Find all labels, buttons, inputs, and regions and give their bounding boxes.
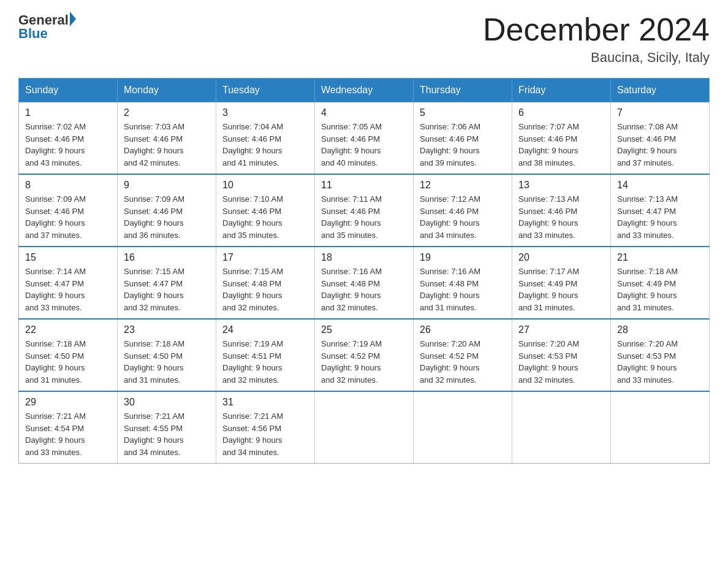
day-info: Sunrise: 7:19 AMSunset: 4:52 PMDaylight:…: [321, 338, 407, 386]
day-cell: 17Sunrise: 7:15 AMSunset: 4:48 PMDayligh…: [216, 247, 315, 319]
calendar-table: SundayMondayTuesdayWednesdayThursdayFrid…: [18, 78, 710, 464]
day-cell: [512, 391, 611, 464]
day-cell: 28Sunrise: 7:20 AMSunset: 4:53 PMDayligh…: [611, 319, 710, 391]
day-info: Sunrise: 7:10 AMSunset: 4:46 PMDaylight:…: [222, 193, 308, 241]
day-info: Sunrise: 7:09 AMSunset: 4:46 PMDaylight:…: [25, 193, 111, 241]
day-info: Sunrise: 7:17 AMSunset: 4:49 PMDaylight:…: [518, 266, 604, 313]
day-number: 13: [518, 180, 604, 191]
logo: General Blue: [18, 12, 76, 42]
day-number: 15: [25, 252, 111, 263]
day-cell: 24Sunrise: 7:19 AMSunset: 4:51 PMDayligh…: [216, 319, 315, 391]
day-cell: 2Sunrise: 7:03 AMSunset: 4:46 PMDaylight…: [118, 102, 216, 175]
day-header-sunday: Sunday: [19, 79, 118, 102]
day-cell: 6Sunrise: 7:07 AMSunset: 4:46 PMDaylight…: [512, 102, 611, 175]
day-number: 26: [420, 324, 506, 335]
day-number: 14: [617, 180, 703, 191]
day-cell: 31Sunrise: 7:21 AMSunset: 4:56 PMDayligh…: [216, 391, 315, 464]
day-number: 11: [321, 180, 407, 191]
day-cell: 3Sunrise: 7:04 AMSunset: 4:46 PMDaylight…: [216, 102, 315, 175]
day-info: Sunrise: 7:08 AMSunset: 4:46 PMDaylight:…: [617, 121, 703, 169]
day-cell: 12Sunrise: 7:12 AMSunset: 4:46 PMDayligh…: [414, 174, 512, 247]
week-row-4: 22Sunrise: 7:18 AMSunset: 4:50 PMDayligh…: [19, 319, 710, 391]
day-info: Sunrise: 7:09 AMSunset: 4:46 PMDaylight:…: [124, 193, 210, 241]
day-info: Sunrise: 7:04 AMSunset: 4:46 PMDaylight:…: [222, 121, 308, 169]
day-cell: 5Sunrise: 7:06 AMSunset: 4:46 PMDaylight…: [414, 102, 512, 175]
day-number: 19: [420, 252, 506, 263]
day-cell: 25Sunrise: 7:19 AMSunset: 4:52 PMDayligh…: [315, 319, 414, 391]
day-cell: 10Sunrise: 7:10 AMSunset: 4:46 PMDayligh…: [216, 174, 315, 247]
day-number: 21: [617, 252, 703, 263]
day-info: Sunrise: 7:16 AMSunset: 4:48 PMDaylight:…: [321, 266, 407, 313]
day-number: 7: [617, 107, 703, 118]
day-cell: 23Sunrise: 7:18 AMSunset: 4:50 PMDayligh…: [118, 319, 216, 391]
day-cell: 19Sunrise: 7:16 AMSunset: 4:48 PMDayligh…: [414, 247, 512, 319]
day-number: 28: [617, 324, 703, 335]
day-number: 9: [124, 180, 210, 191]
day-header-friday: Friday: [512, 79, 611, 102]
day-cell: [414, 391, 512, 464]
day-info: Sunrise: 7:14 AMSunset: 4:47 PMDaylight:…: [25, 266, 111, 313]
day-info: Sunrise: 7:13 AMSunset: 4:47 PMDaylight:…: [617, 193, 703, 241]
location-title: Baucina, Sicily, Italy: [483, 50, 710, 66]
day-header-monday: Monday: [118, 79, 216, 102]
day-number: 24: [222, 324, 308, 335]
day-number: 1: [25, 107, 111, 118]
day-info: Sunrise: 7:20 AMSunset: 4:53 PMDaylight:…: [617, 338, 703, 386]
day-info: Sunrise: 7:19 AMSunset: 4:51 PMDaylight:…: [222, 338, 308, 386]
day-info: Sunrise: 7:18 AMSunset: 4:50 PMDaylight:…: [25, 338, 111, 386]
day-cell: 4Sunrise: 7:05 AMSunset: 4:46 PMDaylight…: [315, 102, 414, 175]
day-cell: [611, 391, 710, 464]
day-info: Sunrise: 7:11 AMSunset: 4:46 PMDaylight:…: [321, 193, 407, 241]
day-cell: 1Sunrise: 7:02 AMSunset: 4:46 PMDaylight…: [19, 102, 118, 175]
day-info: Sunrise: 7:20 AMSunset: 4:52 PMDaylight:…: [420, 338, 506, 386]
day-cell: 13Sunrise: 7:13 AMSunset: 4:46 PMDayligh…: [512, 174, 611, 247]
day-info: Sunrise: 7:15 AMSunset: 4:48 PMDaylight:…: [222, 266, 308, 313]
day-info: Sunrise: 7:03 AMSunset: 4:46 PMDaylight:…: [124, 121, 210, 169]
day-info: Sunrise: 7:20 AMSunset: 4:53 PMDaylight:…: [518, 338, 604, 386]
week-row-1: 1Sunrise: 7:02 AMSunset: 4:46 PMDaylight…: [19, 102, 710, 175]
day-number: 22: [25, 324, 111, 335]
day-info: Sunrise: 7:02 AMSunset: 4:46 PMDaylight:…: [25, 121, 111, 169]
day-info: Sunrise: 7:07 AMSunset: 4:46 PMDaylight:…: [518, 121, 604, 169]
week-row-2: 8Sunrise: 7:09 AMSunset: 4:46 PMDaylight…: [19, 174, 710, 247]
day-cell: 14Sunrise: 7:13 AMSunset: 4:47 PMDayligh…: [611, 174, 710, 247]
day-cell: 9Sunrise: 7:09 AMSunset: 4:46 PMDaylight…: [118, 174, 216, 247]
day-info: Sunrise: 7:21 AMSunset: 4:54 PMDaylight:…: [25, 410, 111, 458]
day-cell: 30Sunrise: 7:21 AMSunset: 4:55 PMDayligh…: [118, 391, 216, 464]
day-cell: 26Sunrise: 7:20 AMSunset: 4:52 PMDayligh…: [414, 319, 512, 391]
day-info: Sunrise: 7:15 AMSunset: 4:47 PMDaylight:…: [124, 266, 210, 313]
month-title: December 2024: [483, 12, 710, 47]
day-number: 4: [321, 107, 407, 118]
day-info: Sunrise: 7:18 AMSunset: 4:50 PMDaylight:…: [124, 338, 210, 386]
day-cell: 7Sunrise: 7:08 AMSunset: 4:46 PMDaylight…: [611, 102, 710, 175]
day-header-saturday: Saturday: [611, 79, 710, 102]
day-info: Sunrise: 7:12 AMSunset: 4:46 PMDaylight:…: [420, 193, 506, 241]
day-number: 18: [321, 252, 407, 263]
day-info: Sunrise: 7:13 AMSunset: 4:46 PMDaylight:…: [518, 193, 604, 241]
day-number: 20: [518, 252, 604, 263]
day-info: Sunrise: 7:16 AMSunset: 4:48 PMDaylight:…: [420, 266, 506, 313]
day-number: 17: [222, 252, 308, 263]
day-number: 5: [420, 107, 506, 118]
day-number: 25: [321, 324, 407, 335]
day-header-thursday: Thursday: [414, 79, 512, 102]
day-number: 23: [124, 324, 210, 335]
day-number: 8: [25, 180, 111, 191]
day-cell: 29Sunrise: 7:21 AMSunset: 4:54 PMDayligh…: [19, 391, 118, 464]
day-info: Sunrise: 7:21 AMSunset: 4:56 PMDaylight:…: [222, 410, 308, 458]
day-cell: 21Sunrise: 7:18 AMSunset: 4:49 PMDayligh…: [611, 247, 710, 319]
day-info: Sunrise: 7:21 AMSunset: 4:55 PMDaylight:…: [124, 410, 210, 458]
title-area: December 2024 Baucina, Sicily, Italy: [483, 12, 710, 66]
day-cell: 15Sunrise: 7:14 AMSunset: 4:47 PMDayligh…: [19, 247, 118, 319]
week-row-5: 29Sunrise: 7:21 AMSunset: 4:54 PMDayligh…: [19, 391, 710, 464]
day-cell: 22Sunrise: 7:18 AMSunset: 4:50 PMDayligh…: [19, 319, 118, 391]
day-header-tuesday: Tuesday: [216, 79, 315, 102]
day-cell: 18Sunrise: 7:16 AMSunset: 4:48 PMDayligh…: [315, 247, 414, 319]
day-cell: 16Sunrise: 7:15 AMSunset: 4:47 PMDayligh…: [118, 247, 216, 319]
day-number: 6: [518, 107, 604, 118]
day-cell: [315, 391, 414, 464]
day-cell: 20Sunrise: 7:17 AMSunset: 4:49 PMDayligh…: [512, 247, 611, 319]
day-number: 12: [420, 180, 506, 191]
day-number: 29: [25, 397, 111, 408]
day-info: Sunrise: 7:05 AMSunset: 4:46 PMDaylight:…: [321, 121, 407, 169]
